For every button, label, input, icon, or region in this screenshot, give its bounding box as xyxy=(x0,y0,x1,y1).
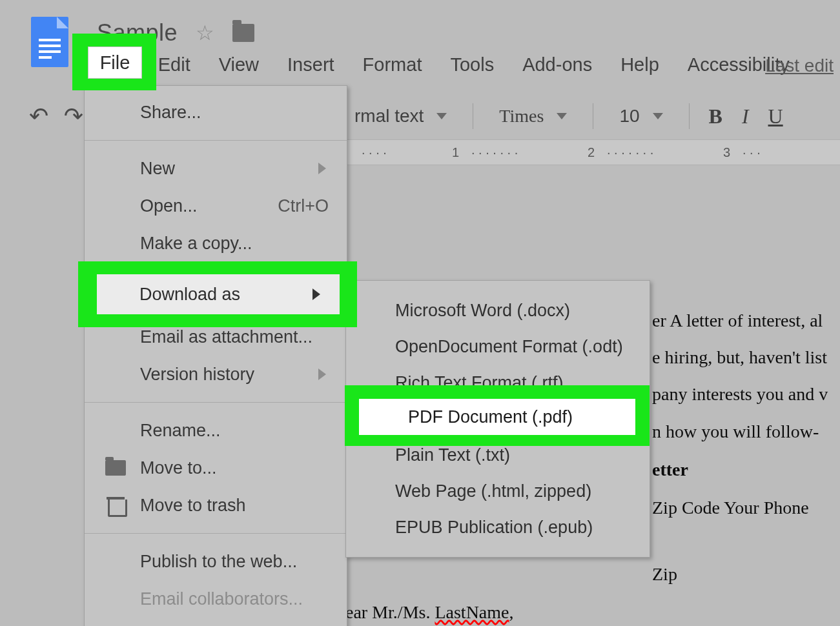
file-menu-share[interactable]: Share... xyxy=(85,94,347,131)
menu-label: Version history xyxy=(140,365,254,385)
separator xyxy=(593,103,593,129)
underline-button[interactable]: U xyxy=(768,105,783,128)
file-menu-dropdown: Share... New Open...Ctrl+O Make a copy..… xyxy=(84,85,347,626)
menu-separator xyxy=(85,140,347,141)
file-menu-rename[interactable]: Rename... xyxy=(85,412,347,449)
menu-separator xyxy=(85,533,347,534)
menu-label: Plain Text (.txt) xyxy=(395,445,510,465)
chevron-down-icon xyxy=(653,113,663,119)
menu-label: Publish to the web... xyxy=(140,552,297,572)
submenu-docx[interactable]: Microsoft Word (.docx) xyxy=(346,292,650,328)
submenu-epub[interactable]: EPUB Publication (.epub) xyxy=(346,509,650,545)
submenu-pdf[interactable]: PDF Document (.pdf) xyxy=(359,399,635,435)
menu-label: New xyxy=(140,159,175,179)
menu-label: Make a copy... xyxy=(140,234,252,254)
font-select[interactable]: Times xyxy=(493,103,573,129)
file-menu-open[interactable]: Open...Ctrl+O xyxy=(85,187,347,225)
docs-logo-icon xyxy=(31,17,68,67)
trash-icon xyxy=(105,496,126,516)
menu-separator xyxy=(85,402,347,403)
ruler-tick: · · · · xyxy=(362,145,387,160)
chevron-right-icon xyxy=(318,369,326,380)
file-menu-move-trash[interactable]: Move to trash xyxy=(85,487,347,524)
paragraph-style-select[interactable]: rmal text xyxy=(348,103,453,129)
menu-label: Share... xyxy=(140,103,201,123)
doc-text: ear Mr./Ms. LastName, xyxy=(345,595,840,626)
chevron-down-icon xyxy=(436,113,447,119)
menu-insert[interactable]: Insert xyxy=(285,50,337,79)
undo-icon[interactable]: ↶ xyxy=(29,103,48,130)
font-value: Times xyxy=(499,106,544,126)
menu-label: Move to... xyxy=(140,458,217,478)
menu-shortcut: Ctrl+O xyxy=(278,196,329,216)
font-size-select[interactable]: 10 xyxy=(613,103,669,129)
menu-file[interactable]: File xyxy=(88,46,142,79)
file-menu-version-history[interactable]: Version history xyxy=(85,356,347,393)
font-size-value: 10 xyxy=(619,106,639,126)
menu-label: Open... xyxy=(140,196,198,216)
menu-label: Web Page (.html, zipped) xyxy=(395,481,591,501)
menu-edit[interactable]: Edit xyxy=(156,50,193,79)
menu-label: Move to trash xyxy=(140,496,246,516)
menu-label: Rename... xyxy=(140,421,221,441)
menu-label: Email as attachment... xyxy=(140,327,312,347)
bold-button[interactable]: B xyxy=(709,105,722,128)
submenu-odt[interactable]: OpenDocument Format (.odt) xyxy=(346,328,650,365)
italic-button[interactable]: I xyxy=(742,105,749,128)
menu-addons[interactable]: Add-ons xyxy=(520,50,595,79)
menu-view[interactable]: View xyxy=(216,50,261,79)
folder-icon xyxy=(105,460,126,476)
ruler: · · · · 1 · · · · · · · 2 · · · · · · · … xyxy=(342,139,840,165)
last-edit-link[interactable]: Last edit xyxy=(765,56,834,76)
menu-label: Microsoft Word (.docx) xyxy=(395,301,570,321)
file-menu-download-as[interactable]: Download as xyxy=(97,274,340,314)
ruler-tick: 2 xyxy=(588,145,595,160)
chevron-right-icon xyxy=(312,288,320,300)
chevron-down-icon xyxy=(557,113,567,119)
separator xyxy=(689,103,690,129)
menu-label: Download as xyxy=(139,285,240,305)
menu-label: OpenDocument Format (.odt) xyxy=(395,337,623,357)
file-menu-move-to[interactable]: Move to... xyxy=(85,449,347,487)
submenu-html[interactable]: Web Page (.html, zipped) xyxy=(346,473,650,509)
star-icon[interactable]: ☆ xyxy=(196,21,214,45)
ruler-tick: · · · · · · · xyxy=(607,145,653,160)
file-menu-make-copy[interactable]: Make a copy... xyxy=(85,225,347,262)
file-menu-email-collab[interactable]: Email collaborators... xyxy=(85,580,347,618)
ruler-tick: · · · xyxy=(743,145,761,160)
redo-icon[interactable]: ↶ xyxy=(64,103,83,130)
menu-label: EPUB Publication (.epub) xyxy=(395,518,593,538)
paragraph-style-value: rmal text xyxy=(354,106,424,126)
menu-label: PDF Document (.pdf) xyxy=(408,407,573,427)
ruler-tick: 3 xyxy=(723,145,730,160)
file-menu-publish-web[interactable]: Publish to the web... xyxy=(85,543,347,580)
file-menu-new[interactable]: New xyxy=(85,150,347,187)
menu-format[interactable]: Format xyxy=(360,50,425,79)
app-root: Sample ☆ File Edit View Insert Format To… xyxy=(0,0,840,626)
chevron-right-icon xyxy=(318,163,326,174)
menu-help[interactable]: Help xyxy=(618,50,662,79)
separator xyxy=(473,103,473,129)
menu-tools[interactable]: Tools xyxy=(447,50,497,79)
ruler-tick: · · · · · · · xyxy=(471,145,518,160)
ruler-tick: 1 xyxy=(452,145,459,160)
menu-label: Email collaborators... xyxy=(140,589,303,609)
doc-text: Zip xyxy=(387,557,840,591)
menu-bar: File Edit View Insert Format Tools Add-o… xyxy=(97,50,792,79)
folder-icon[interactable] xyxy=(232,24,254,42)
